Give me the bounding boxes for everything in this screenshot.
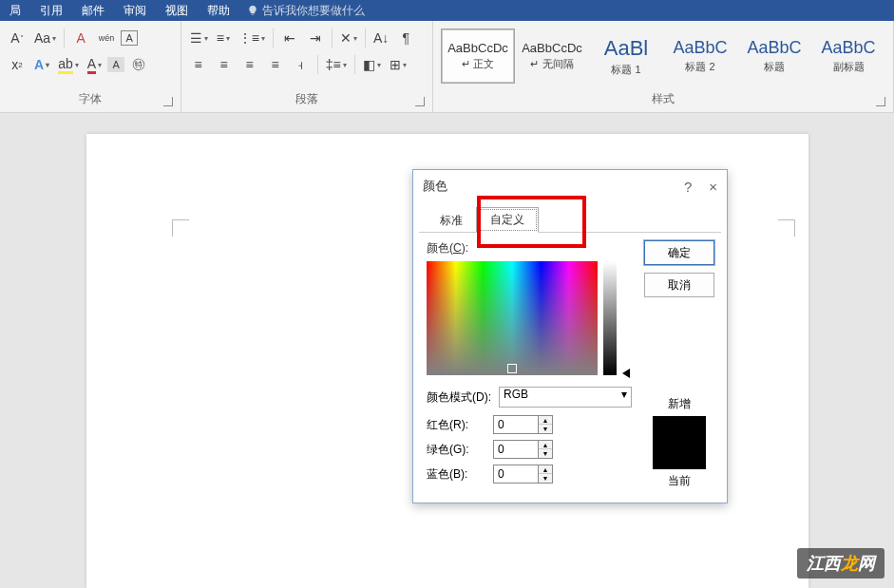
style-label: 标题 (764, 60, 785, 74)
menu-item[interactable]: 帮助 (198, 3, 239, 19)
ribbon: A˅ Aa▾ A wén A x2 A▾ ab▾ A▾ A ㊕ 字体 ☰▾ ≡▾ (0, 21, 894, 113)
red-input[interactable] (493, 415, 539, 434)
close-button[interactable]: × (709, 179, 717, 195)
style-preview: AaBbC (821, 38, 875, 58)
show-marks-button[interactable]: ¶ (394, 28, 417, 48)
dialog-tabs: 标准 自定义 (413, 202, 727, 233)
menu-bar: 局 引用 邮件 审阅 视图 帮助 告诉我你想要做什么 (0, 0, 894, 21)
enclose-char-button[interactable]: ㊕ (127, 54, 150, 75)
increase-indent-button[interactable]: ⇥ (304, 28, 327, 48)
ok-button[interactable]: 确定 (644, 240, 714, 265)
font-shrink-button[interactable]: A˅ (6, 28, 29, 48)
align-right-button[interactable]: ≡ (238, 54, 261, 75)
help-button[interactable]: ? (684, 179, 692, 195)
spin-up-icon[interactable]: ▲ (539, 441, 552, 449)
phonetic-button[interactable]: wén (95, 28, 118, 48)
style-preview: AaBbC (673, 38, 727, 58)
style-preview: AaBl (604, 36, 648, 61)
shading-button[interactable]: ◧▾ (360, 54, 384, 75)
change-case-button[interactable]: Aa▾ (31, 28, 59, 48)
char-shading-button[interactable]: A (107, 57, 124, 72)
paragraph-group-label[interactable]: 段落 (187, 88, 427, 112)
color-field-label: 颜色(C): (427, 240, 632, 256)
dialog-titlebar[interactable]: 颜色 ? × (413, 170, 727, 202)
spin-down-icon[interactable]: ▼ (539, 474, 552, 483)
styles-group-label[interactable]: 样式 (439, 88, 887, 112)
highlight-button[interactable]: ab▾ (55, 54, 82, 75)
tab-custom[interactable]: 自定义 (476, 207, 539, 233)
green-label: 绿色(G): (427, 442, 485, 458)
red-label: 红色(R): (427, 417, 485, 433)
green-spinner[interactable]: ▲▼ (493, 440, 553, 459)
numbering-button[interactable]: ≡▾ (214, 28, 233, 48)
style-label: 标题 2 (685, 60, 714, 74)
margin-marker (778, 219, 795, 237)
borders-button[interactable]: ⊞▾ (387, 54, 409, 75)
style-label: ↵ 无间隔 (530, 57, 573, 71)
text-effects-button[interactable]: A▾ (31, 54, 52, 75)
menu-item[interactable]: 邮件 (72, 3, 114, 19)
spin-down-icon[interactable]: ▼ (539, 425, 552, 433)
font-color-button[interactable]: A▾ (85, 54, 105, 75)
color-spectrum-picker[interactable] (427, 261, 598, 375)
ribbon-group-paragraph: ☰▾ ≡▾ ⋮≡▾ ⇤ ⇥ ✕▾ A↓ ¶ ≡ ≡ ≡ ≡ ⫞ ‡≡▾ (181, 21, 433, 112)
style-heading-2[interactable]: AaBbC 标题 2 (663, 28, 737, 84)
multilevel-button[interactable]: ⋮≡▾ (236, 28, 268, 48)
luminance-arrow-icon (622, 369, 630, 378)
color-swatch (653, 416, 706, 469)
style-heading-1[interactable]: AaBl 标题 1 (589, 28, 663, 84)
green-input[interactable] (493, 440, 539, 459)
current-color-label: 当前 (653, 473, 706, 489)
margin-marker (172, 219, 189, 237)
style-no-spacing[interactable]: AaBbCcDc ↵ 无间隔 (515, 28, 589, 84)
ribbon-group-styles: AaBbCcDc ↵ 正文 AaBbCcDc ↵ 无间隔 AaBl 标题 1 A… (433, 21, 894, 112)
blue-input[interactable] (493, 465, 539, 484)
justify-button[interactable]: ≡ (264, 54, 287, 75)
style-label: ↵ 正文 (462, 57, 494, 71)
bullets-button[interactable]: ☰▾ (187, 28, 211, 48)
style-normal[interactable]: AaBbCcDc ↵ 正文 (441, 28, 515, 84)
blue-label: 蓝色(B): (427, 466, 485, 483)
style-preview: AaBbCcDc (522, 41, 582, 55)
blue-spinner[interactable]: ▲▼ (493, 465, 553, 484)
asian-layout-button[interactable]: ✕▾ (337, 28, 360, 48)
subscript-button[interactable]: x2 (6, 54, 29, 75)
menu-item[interactable]: 审阅 (114, 3, 156, 19)
menu-item[interactable]: 视图 (156, 3, 198, 19)
new-color-label: 新增 (653, 396, 706, 412)
char-border-button[interactable]: A (121, 30, 138, 46)
menu-item[interactable]: 局 (0, 3, 30, 19)
color-mode-label: 颜色模式(D): (427, 389, 491, 406)
style-label: 副标题 (833, 60, 865, 74)
distribute-button[interactable]: ⫞ (290, 54, 313, 75)
picker-crosshair (507, 364, 517, 373)
ribbon-group-font: A˅ Aa▾ A wén A x2 A▾ ab▾ A▾ A ㊕ 字体 (0, 21, 181, 112)
sort-button[interactable]: A↓ (371, 28, 391, 48)
align-center-button[interactable]: ≡ (213, 54, 236, 75)
menu-item[interactable]: 引用 (30, 3, 72, 19)
spin-up-icon[interactable]: ▲ (539, 416, 552, 425)
style-label: 标题 1 (611, 63, 640, 77)
color-dialog: 颜色 ? × 标准 自定义 颜色(C): 颜色模式(D): RGB ▾ 红色(R… (412, 169, 728, 503)
luminance-slider[interactable] (603, 261, 617, 375)
dialog-title-text: 颜色 (423, 178, 447, 195)
align-left-button[interactable]: ≡ (187, 54, 210, 75)
tell-me-search[interactable]: 告诉我你想要做什么 (247, 3, 365, 19)
cancel-button[interactable]: 取消 (644, 273, 714, 297)
red-spinner[interactable]: ▲▼ (493, 415, 553, 434)
style-title[interactable]: AaBbC 标题 (737, 28, 811, 84)
color-mode-select[interactable]: RGB ▾ (499, 387, 632, 408)
clear-format-button[interactable]: A (69, 28, 92, 48)
font-group-label[interactable]: 字体 (6, 88, 175, 112)
watermark: 江西龙网 (797, 548, 884, 579)
decrease-indent-button[interactable]: ⇤ (278, 28, 301, 48)
style-subtitle[interactable]: AaBbC 副标题 (811, 28, 885, 84)
tab-standard[interactable]: 标准 (427, 209, 476, 233)
lightbulb-icon (247, 5, 258, 16)
style-preview: AaBbCcDc (447, 41, 508, 55)
spin-up-icon[interactable]: ▲ (539, 465, 552, 474)
spin-down-icon[interactable]: ▼ (539, 449, 552, 458)
style-preview: AaBbC (747, 38, 801, 58)
tell-me-placeholder: 告诉我你想要做什么 (262, 3, 365, 19)
line-spacing-button[interactable]: ‡≡▾ (323, 54, 350, 75)
